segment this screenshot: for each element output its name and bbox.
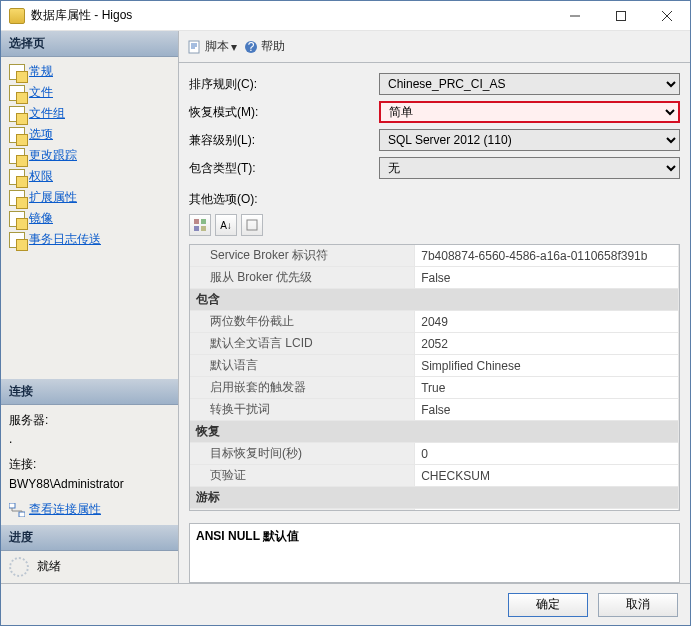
chevron-down-icon: ▾ [189,292,192,302]
description-box: ANSI NULL 默认值 [189,523,680,583]
sidebar-item-label[interactable]: 常规 [29,63,53,80]
categorized-button[interactable] [189,214,211,236]
svg-rect-0 [617,11,626,20]
property-row[interactable]: 启用嵌套的触发器True [190,377,679,399]
sidebar-item-7[interactable]: 镜像 [1,208,178,229]
svg-rect-3 [189,41,199,53]
page-icon [9,127,25,143]
page-icon [9,211,25,227]
property-row[interactable]: 转换干扰词False [190,399,679,421]
connection-header: 连接 [1,379,178,405]
property-category[interactable]: ▾包含 [190,289,679,311]
progress-status: 就绪 [37,557,61,576]
property-row[interactable]: 目标恢复时间(秒)0 [190,443,679,465]
collation-select[interactable]: Chinese_PRC_CI_AS [379,73,680,95]
svg-rect-8 [194,226,199,231]
property-row[interactable]: 默认游标GLOBAL [190,509,679,512]
chevron-down-icon: ▾ [231,40,237,54]
recovery-label: 恢复模式(M): [189,104,379,121]
page-icon [9,232,25,248]
sidebar-item-label[interactable]: 事务日志传送 [29,231,101,248]
sidebar-item-3[interactable]: 选项 [1,124,178,145]
property-row[interactable]: 页验证CHECKSUM [190,465,679,487]
sidebar-item-2[interactable]: 文件组 [1,103,178,124]
svg-rect-9 [201,226,206,231]
sidebar-item-label[interactable]: 镜像 [29,210,53,227]
recovery-select[interactable]: 简单 [379,101,680,123]
page-icon [9,64,25,80]
script-icon [187,39,203,55]
connection-label: 连接: [9,455,170,474]
collation-label: 排序规则(C): [189,76,379,93]
cancel-button[interactable]: 取消 [598,593,678,617]
svg-rect-7 [201,219,206,224]
property-category[interactable]: ▾游标 [190,487,679,509]
page-icon [9,106,25,122]
minimize-button[interactable] [552,1,598,31]
sidebar-item-label[interactable]: 文件 [29,84,53,101]
compat-select[interactable]: SQL Server 2012 (110) [379,129,680,151]
page-icon [9,190,25,206]
compat-label: 兼容级别(L): [189,132,379,149]
chevron-down-icon: ▾ [189,490,192,500]
select-page-header: 选择页 [1,31,178,57]
page-icon [9,148,25,164]
description-title: ANSI NULL 默认值 [196,528,673,545]
chevron-down-icon: ▾ [189,424,192,434]
property-row[interactable]: Service Broker 标识符7b408874-6560-4586-a16… [190,245,679,267]
svg-rect-10 [247,220,257,230]
other-options-label: 其他选项(O): [189,191,680,208]
sidebar-item-5[interactable]: 权限 [1,166,178,187]
property-grid[interactable]: Service Broker 标识符7b408874-6560-4586-a16… [189,244,680,511]
titlebar: 数据库属性 - Higos [1,1,690,31]
server-value: . [9,430,170,449]
property-row[interactable]: 服从 Broker 优先级False [190,267,679,289]
dialog-footer: 确定 取消 [1,583,690,625]
sidebar-item-6[interactable]: 扩展属性 [1,187,178,208]
svg-rect-6 [194,219,199,224]
script-button[interactable]: 脚本 ▾ [187,38,237,55]
sidebar-item-8[interactable]: 事务日志传送 [1,229,178,250]
help-button[interactable]: ? 帮助 [243,38,285,55]
ok-button[interactable]: 确定 [508,593,588,617]
property-category[interactable]: ▾恢复 [190,421,679,443]
property-row[interactable]: 两位数年份截止2049 [190,311,679,333]
sidebar-item-label[interactable]: 权限 [29,168,53,185]
window-title: 数据库属性 - Higos [31,7,552,24]
sidebar-item-label[interactable]: 扩展属性 [29,189,77,206]
sidebar-item-4[interactable]: 更改跟踪 [1,145,178,166]
server-label: 服务器: [9,411,170,430]
network-icon [9,503,25,517]
progress-spinner-icon [9,557,29,577]
sidebar-item-label[interactable]: 文件组 [29,105,65,122]
app-icon [9,8,25,24]
help-icon: ? [243,39,259,55]
svg-rect-2 [19,512,25,517]
sidebar: 选择页 常规文件文件组选项更改跟踪权限扩展属性镜像事务日志传送 连接 服务器: … [1,31,179,583]
svg-rect-1 [9,503,15,508]
maximize-button[interactable] [598,1,644,31]
svg-text:?: ? [248,40,255,54]
sidebar-item-label[interactable]: 更改跟踪 [29,147,77,164]
progress-header: 进度 [1,525,178,551]
property-row[interactable]: 默认全文语言 LCID2052 [190,333,679,355]
dialog-window: 数据库属性 - Higos 选择页 常规文件文件组选项更改跟踪权限扩展属性镜像事… [0,0,691,626]
page-icon [9,85,25,101]
toolbar: 脚本 ▾ ? 帮助 [179,31,690,63]
alphabetical-button[interactable]: A↓ [215,214,237,236]
sidebar-item-label[interactable]: 选项 [29,126,53,143]
sidebar-item-0[interactable]: 常规 [1,61,178,82]
containment-select[interactable]: 无 [379,157,680,179]
property-row[interactable]: 默认语言Simplified Chinese [190,355,679,377]
connection-value: BWY88\Administrator [9,475,170,494]
sidebar-item-1[interactable]: 文件 [1,82,178,103]
close-button[interactable] [644,1,690,31]
view-connection-link[interactable]: 查看连接属性 [29,502,101,516]
containment-label: 包含类型(T): [189,160,379,177]
property-pages-button[interactable] [241,214,263,236]
page-icon [9,169,25,185]
